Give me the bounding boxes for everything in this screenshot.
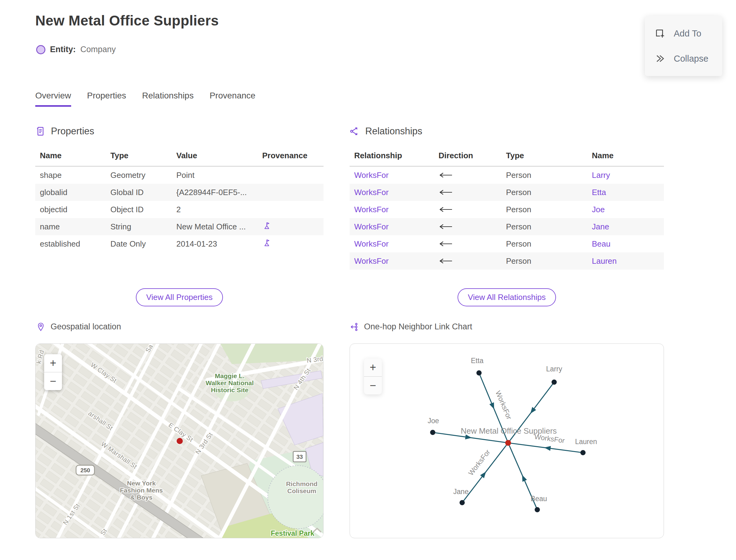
tab-overview[interactable]: Overview xyxy=(35,91,71,107)
properties-icon xyxy=(35,126,46,136)
property-row: nameStringNew Metal Office ... xyxy=(35,218,324,235)
collapse-icon xyxy=(655,53,665,64)
properties-table-body: shapeGeometryPointglobalidGlobal ID{A228… xyxy=(35,167,324,252)
tab-provenance[interactable]: Provenance xyxy=(209,91,255,107)
relationship-name-link[interactable]: Beau xyxy=(592,239,664,249)
person-node[interactable] xyxy=(430,430,435,435)
page-title: New Metal Office Suppliers xyxy=(35,12,219,29)
property-value: 2 xyxy=(176,205,262,214)
entity-type-icon xyxy=(36,45,45,54)
relationship-entity-type: Person xyxy=(506,188,592,197)
view-all-relationships-button[interactable]: View All Relationships xyxy=(458,288,556,306)
col-direction: Direction xyxy=(439,151,506,160)
left-arrow-icon xyxy=(439,241,453,247)
relationship-row: WorksForPersonLarry xyxy=(350,167,664,184)
map-poi-label: Festival Park xyxy=(271,529,314,537)
relationships-heading-label: Relationships xyxy=(365,126,422,137)
person-node-label: Jane xyxy=(453,488,469,496)
one-hop-link-chart[interactable]: WorksForWorksForWorksForEttaLarryJoeLaur… xyxy=(350,343,664,538)
col-type: Type xyxy=(506,151,592,160)
tab-properties[interactable]: Properties xyxy=(87,91,126,107)
view-all-relationships-wrap: View All Relationships xyxy=(350,288,664,306)
person-node-label: Larry xyxy=(546,365,562,373)
col-value: Value xyxy=(176,151,262,160)
provenance-icon[interactable] xyxy=(262,238,271,247)
person-node[interactable] xyxy=(477,370,482,376)
property-name: name xyxy=(40,222,110,232)
link-chart-heading: One-hop Neighbor Link Chart xyxy=(350,322,472,332)
svg-text:250: 250 xyxy=(80,467,90,474)
relationship-row: WorksForPersonLauren xyxy=(350,252,664,270)
map-zoom-out-button[interactable]: − xyxy=(44,372,62,390)
relationship-name-link[interactable]: Larry xyxy=(592,171,664,180)
property-type: Geometry xyxy=(110,171,176,180)
relationship-type-link[interactable]: WorksFor xyxy=(354,188,439,197)
geospatial-map[interactable]: k RdW Clay StSaarshall StW Marshall StE … xyxy=(35,343,324,538)
map-canvas[interactable]: k RdW Clay StSaarshall StW Marshall StE … xyxy=(36,344,324,538)
relationship-name-link[interactable]: Joe xyxy=(592,205,664,214)
tab-bar: Overview Properties Relationships Proven… xyxy=(35,91,255,107)
relationship-direction xyxy=(439,171,506,180)
chart-zoom-in-button[interactable]: + xyxy=(364,359,382,376)
person-node[interactable] xyxy=(552,380,557,385)
relationship-type-link[interactable]: WorksFor xyxy=(354,256,439,266)
relationship-name-link[interactable]: Etta xyxy=(592,188,664,197)
property-value: New Metal Office ... xyxy=(176,222,262,232)
relationship-name-link[interactable]: Jane xyxy=(592,222,664,232)
chart-zoom-out-button[interactable]: − xyxy=(364,376,382,394)
relationships-section-heading: Relationships xyxy=(350,126,422,137)
left-arrow-icon xyxy=(439,224,453,229)
relationship-row: WorksForPersonBeau xyxy=(350,235,664,252)
edge-arrowhead xyxy=(530,407,536,414)
property-type: Global ID xyxy=(110,188,176,197)
person-node-label: Etta xyxy=(471,357,484,365)
provenance-icon[interactable] xyxy=(262,221,271,230)
add-to-button[interactable]: Add To xyxy=(645,21,722,46)
person-node[interactable] xyxy=(535,507,540,512)
relationship-entity-type: Person xyxy=(506,239,592,249)
relationship-direction xyxy=(439,205,506,214)
properties-section-heading: Properties xyxy=(35,126,94,137)
relationship-name-link[interactable]: Lauren xyxy=(592,256,664,266)
map-location-marker[interactable] xyxy=(177,438,183,444)
person-node[interactable] xyxy=(460,500,465,505)
relationship-type-link[interactable]: WorksFor xyxy=(354,239,439,249)
tab-relationships[interactable]: Relationships xyxy=(142,91,194,107)
add-to-icon xyxy=(655,28,665,39)
edge-arrowhead xyxy=(522,475,527,482)
map-route-shield: 250 xyxy=(76,465,94,475)
col-provenance: Provenance xyxy=(262,151,324,160)
relationship-type-link[interactable]: WorksFor xyxy=(354,171,439,180)
entity-row: Entity: Company xyxy=(36,45,116,54)
view-all-properties-button[interactable]: View All Properties xyxy=(136,288,223,306)
relationship-row: WorksForPersonJoe xyxy=(350,201,664,218)
col-relationship: Relationship xyxy=(354,151,439,160)
edge-label: WorksFor xyxy=(467,448,492,477)
person-node-label: Lauren xyxy=(575,438,597,446)
geospatial-heading: Geospatial location xyxy=(36,322,121,332)
property-row: shapeGeometryPoint xyxy=(35,167,324,184)
edge-arrowhead xyxy=(480,472,486,478)
person-node[interactable] xyxy=(581,450,586,455)
left-arrow-icon xyxy=(439,258,453,264)
entity-detail-page: New Metal Office Suppliers Entity: Compa… xyxy=(0,0,736,560)
col-type: Type xyxy=(110,151,176,160)
relationship-entity-type: Person xyxy=(506,256,592,266)
company-node-label: New Metal Office Suppliers xyxy=(461,426,557,435)
property-value: 2014-01-23 xyxy=(176,239,262,249)
person-node-label: Joe xyxy=(427,417,439,425)
relationship-type-link[interactable]: WorksFor xyxy=(354,222,439,232)
map-zoom-in-button[interactable]: + xyxy=(44,354,62,372)
map-poi-label: RichmondColiseum xyxy=(286,480,318,494)
add-to-label: Add To xyxy=(674,29,701,39)
relationship-row: WorksForPersonEtta xyxy=(350,184,664,201)
entity-type-value: Company xyxy=(80,45,116,54)
property-name: shape xyxy=(40,171,110,180)
relationship-type-link[interactable]: WorksFor xyxy=(354,205,439,214)
collapse-label: Collapse xyxy=(674,54,708,64)
properties-table: Name Type Value Provenance shapeGeometry… xyxy=(35,147,324,252)
relationship-direction xyxy=(439,256,506,266)
company-node[interactable] xyxy=(505,440,511,446)
collapse-button[interactable]: Collapse xyxy=(645,46,722,71)
link-chart-canvas[interactable]: WorksForWorksForWorksForEttaLarryJoeLaur… xyxy=(350,344,664,538)
